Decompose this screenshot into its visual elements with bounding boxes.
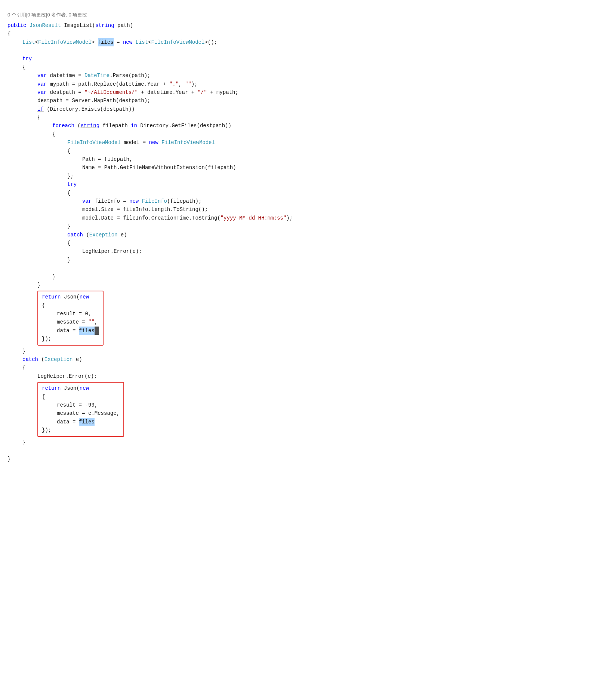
var-files-highlight: files (79, 327, 95, 335)
code-line: { (7, 147, 609, 155)
code-line: foreach (string filepath in Directory.Ge… (7, 122, 609, 130)
code-line: { (7, 130, 609, 138)
authors-count: 0 名作者, 0 项更改 (47, 12, 87, 18)
code-line: messate = "", (42, 318, 99, 326)
code-line: var mypath = path.Replace(datetime.Year … (7, 80, 609, 88)
code-line: public JsonResult ImageList( string path… (7, 21, 609, 30)
meta-info: 0 个引用|0 项更改|0 名作者, 0 项更改 (7, 11, 609, 19)
var-files-highlight2: files (79, 418, 95, 426)
code-line: Path = filepath, (7, 155, 609, 163)
code-line: messate = e.Message, (42, 409, 120, 417)
code-line (7, 46, 609, 55)
red-box-success: return Json(new { result = 0, messate = … (37, 291, 104, 345)
code-line: result = -99, (42, 401, 120, 409)
type-jsonresult: JsonResult (30, 21, 61, 30)
code-line: result = 0, (42, 310, 99, 318)
code-line: } (7, 222, 609, 230)
refs-count: 0 个引用 (7, 12, 26, 18)
code-line: FileInfoViewModel model = new FileInfoVi… (7, 138, 609, 147)
changes-count: 0 项更改 (27, 12, 46, 18)
code-line: var fileInfo = new FileInfo(filepath); (7, 197, 609, 205)
code-line: } (7, 273, 609, 281)
red-box-error: return Json(new { result = -99, messate … (37, 382, 124, 437)
code-line: { (42, 393, 120, 401)
code-line: { (7, 63, 609, 71)
var-files: files (98, 38, 114, 46)
code-line: data = files (42, 327, 99, 335)
code-line: LogHelper.Error(e); (7, 372, 609, 380)
code-line: return Json(new (42, 293, 99, 301)
keyword-public: public (7, 21, 26, 30)
code-line: }); (42, 426, 120, 434)
code-editor: 0 个引用|0 项更改|0 名作者, 0 项更改 public JsonResu… (0, 7, 616, 467)
code-line: destpath = Server.MapPath(destpath); (7, 97, 609, 105)
code-line: return Json(new (42, 384, 120, 392)
code-line: catch (Exception e) (7, 231, 609, 239)
code-line: var datetime = DateTime.Parse(path); (7, 71, 609, 80)
code-line: try (7, 180, 609, 189)
code-line: { (7, 364, 609, 372)
code-line: data = files (42, 418, 120, 426)
code-line: } (7, 347, 609, 355)
code-line: { (7, 189, 609, 197)
code-line: { (7, 30, 609, 38)
code-line: { (7, 113, 609, 122)
code-line: LogHelper.Error(e); (7, 247, 609, 255)
code-line: } (7, 438, 609, 447)
code-line: try (7, 55, 609, 63)
code-line: } (7, 455, 609, 463)
code-line (7, 264, 609, 272)
code-line: { (7, 239, 609, 247)
code-line: model.Size = fileInfo.Length.ToString(); (7, 205, 609, 214)
code-line: List<FileInfoViewModel> files = new List… (7, 38, 609, 46)
code-line: model.Date = fileInfo.CreationTime.ToStr… (7, 214, 609, 222)
code-line: }; (7, 172, 609, 180)
code-line: if (Directory.Exists(destpath)) (7, 105, 609, 113)
code-line: catch (Exception e) (7, 355, 609, 364)
code-line: }); (42, 335, 99, 343)
code-line: { (42, 301, 99, 310)
code-line (7, 447, 609, 455)
code-line: var destpath = "~/AllDocuments/" + datet… (7, 88, 609, 97)
code-line: } (7, 281, 609, 289)
type-list: List (22, 38, 35, 46)
code-line: Name = Path.GetFileNameWithoutExtension(… (7, 163, 609, 172)
code-line: } (7, 256, 609, 264)
keyword-string: string (95, 21, 114, 30)
